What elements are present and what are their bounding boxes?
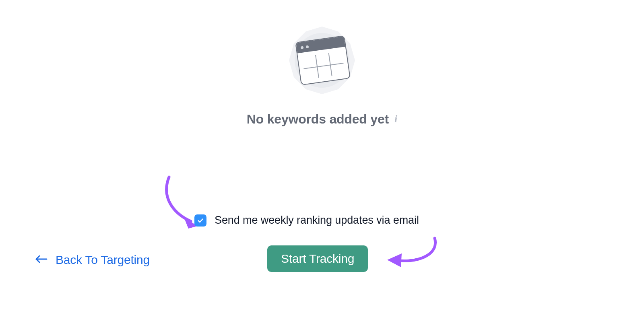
svg-marker-3 [387,253,402,267]
weekly-updates-label: Send me weekly ranking updates via email [215,214,419,227]
window-dot-icon [305,45,309,48]
weekly-updates-row: Send me weekly ranking updates via email [194,214,419,227]
empty-state-heading-row: No keywords added yet i [247,112,397,127]
window-dot-icon [301,46,304,49]
empty-state-heading: No keywords added yet [247,112,389,127]
annotation-arrow-icon [378,233,439,273]
back-to-targeting-link[interactable]: Back To Targeting [35,249,150,271]
check-icon [197,217,204,224]
browser-window-icon [295,35,351,85]
info-icon[interactable]: i [394,114,397,125]
empty-state-illustration [286,24,358,97]
start-tracking-button[interactable]: Start Tracking [267,245,368,272]
back-link-label: Back To Targeting [56,253,150,267]
arrow-left-icon [35,254,47,266]
weekly-updates-checkbox[interactable] [194,214,206,227]
grid-icon [302,51,345,80]
